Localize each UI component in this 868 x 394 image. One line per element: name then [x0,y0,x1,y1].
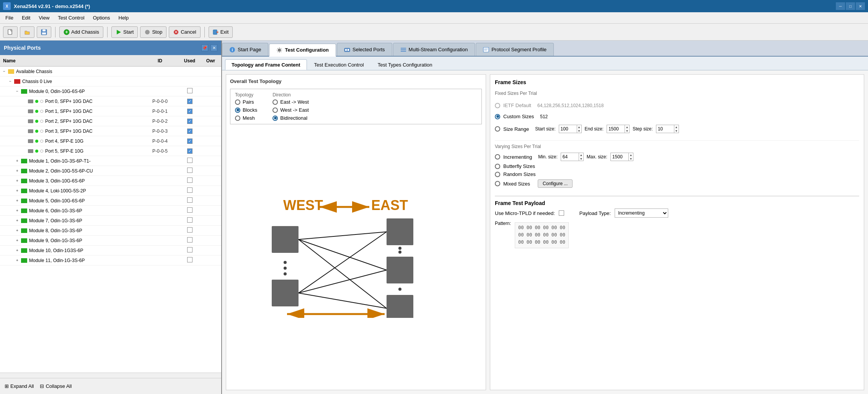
topology-blocks-radio[interactable] [235,107,240,113]
toggle-expand-icon[interactable]: + [15,258,20,263]
used-checkbox[interactable] [187,187,193,193]
end-size-field[interactable] [607,125,625,133]
tree-horizontal-scrollbar[interactable] [0,373,221,378]
tree-row-used[interactable] [179,197,200,204]
tree-row-used[interactable] [179,118,200,124]
cancel-button[interactable]: ✕ Cancel [169,26,200,38]
minimize-button[interactable]: ─ [836,2,845,10]
toggle-expand-icon[interactable]: + [15,228,20,233]
max-size-down[interactable]: ▼ [629,157,633,161]
sub-tab-topology[interactable]: Topology and Frame Content [225,59,307,70]
tree-row-used[interactable] [179,227,200,234]
used-checkbox[interactable] [187,247,193,252]
menu-view[interactable]: View [35,13,53,22]
min-size-field[interactable] [561,153,579,161]
topology-pairs-option[interactable]: Pairs [235,99,257,105]
toggle-expand-icon[interactable]: + [15,208,20,213]
topology-blocks-option[interactable]: Blocks [235,107,257,113]
toggle-expand-icon[interactable]: + [15,198,20,204]
tab-start-page[interactable]: i Start Page [222,43,268,56]
end-size-up[interactable]: ▲ [625,125,629,129]
toggle-expand-icon[interactable]: + [15,158,20,164]
size-range-radio[interactable] [495,126,500,132]
used-checkbox[interactable] [187,177,193,183]
open-button[interactable] [20,26,34,38]
exit-button[interactable]: Exit [209,26,233,38]
used-checkbox[interactable] [187,88,193,93]
use-micro-tpld-checkbox[interactable] [559,210,564,216]
start-button[interactable]: Start [111,26,138,38]
random-radio[interactable] [495,172,500,177]
tree-row-used[interactable] [179,257,200,264]
panel-close-button[interactable]: ✕ [210,44,217,51]
max-size-input[interactable]: ▲ ▼ [610,153,633,161]
tree-row-used[interactable] [179,138,200,144]
used-checkbox[interactable] [187,119,193,124]
toggle-expand-icon[interactable]: − [15,89,20,94]
menu-help[interactable]: Help [115,13,133,22]
menu-options[interactable]: Options [89,13,114,22]
step-size-up[interactable]: ▲ [674,125,679,129]
ietf-default-radio[interactable] [495,103,500,108]
step-size-down[interactable]: ▼ [674,129,679,133]
toggle-expand-icon[interactable]: + [15,218,20,223]
used-checkbox[interactable] [187,158,193,163]
direction-bidirectional-radio[interactable] [272,116,278,121]
menu-test-control[interactable]: Test Control [54,13,88,22]
tree-row-used[interactable] [179,148,200,154]
tree-row-used[interactable] [179,187,200,194]
tree-row-used[interactable] [179,88,200,94]
toggle-expand-icon[interactable]: − [8,79,13,84]
max-size-up[interactable]: ▲ [629,153,633,157]
new-button[interactable] [3,26,18,38]
tree-row-used[interactable] [179,207,200,214]
tab-selected-ports[interactable]: Selected Ports [337,43,392,56]
used-checkbox[interactable] [187,129,193,134]
sub-tab-types[interactable]: Test Types Configuration [371,59,439,70]
sub-tab-execution[interactable]: Test Execution Control [308,59,370,70]
tree-row-used[interactable] [179,98,200,104]
toggle-expand-icon[interactable]: + [15,178,20,184]
tab-test-configuration[interactable]: Test Configuration [269,44,336,57]
used-checkbox[interactable] [187,257,193,262]
max-size-field[interactable] [611,153,628,161]
topology-mesh-option[interactable]: Mesh [235,115,257,121]
toggle-expand-icon[interactable]: + [15,168,20,174]
toggle-expand-icon[interactable]: + [15,238,20,243]
used-checkbox[interactable] [187,217,193,223]
tree-row-used[interactable] [179,128,200,134]
configure-button[interactable]: Configure ... [538,179,573,188]
min-size-down[interactable]: ▼ [579,157,583,161]
tree-row-used[interactable] [179,217,200,224]
stop-button[interactable]: Stop [140,26,166,38]
expand-all-link[interactable]: ⊞ Expand All [5,383,34,389]
direction-east-west-option[interactable]: East -> West [272,99,309,105]
used-checkbox[interactable] [187,197,193,203]
start-size-field[interactable] [559,125,577,133]
step-size-field[interactable] [656,125,674,133]
mixed-radio[interactable] [495,181,500,186]
close-button[interactable]: ✕ [856,2,865,10]
collapse-all-link[interactable]: ⊟ Collapse All [40,383,72,389]
tree-row-used[interactable] [179,168,200,174]
min-size-input[interactable]: ▲ ▼ [561,153,584,161]
used-checkbox[interactable] [187,109,193,114]
tree-row-used[interactable] [179,237,200,244]
tree-row-used[interactable] [179,108,200,114]
step-size-input[interactable]: ▲ ▼ [656,125,679,133]
menu-edit[interactable]: Edit [18,13,34,22]
end-size-input[interactable]: ▲ ▼ [607,125,630,133]
start-size-input[interactable]: ▲ ▼ [559,125,582,133]
used-checkbox[interactable] [187,148,193,154]
add-chassis-button[interactable]: + Add Chassis [59,26,103,38]
used-checkbox[interactable] [187,168,193,173]
direction-east-west-radio[interactable] [272,99,278,105]
end-size-down[interactable]: ▼ [625,129,629,133]
tree-row-used[interactable] [179,177,200,184]
toggle-expand-icon[interactable]: − [2,69,7,74]
toggle-expand-icon[interactable]: + [15,248,20,253]
direction-west-east-radio[interactable] [272,107,278,113]
used-checkbox[interactable] [187,138,193,144]
toggle-expand-icon[interactable]: + [15,188,20,194]
maximize-button[interactable]: □ [846,2,855,10]
